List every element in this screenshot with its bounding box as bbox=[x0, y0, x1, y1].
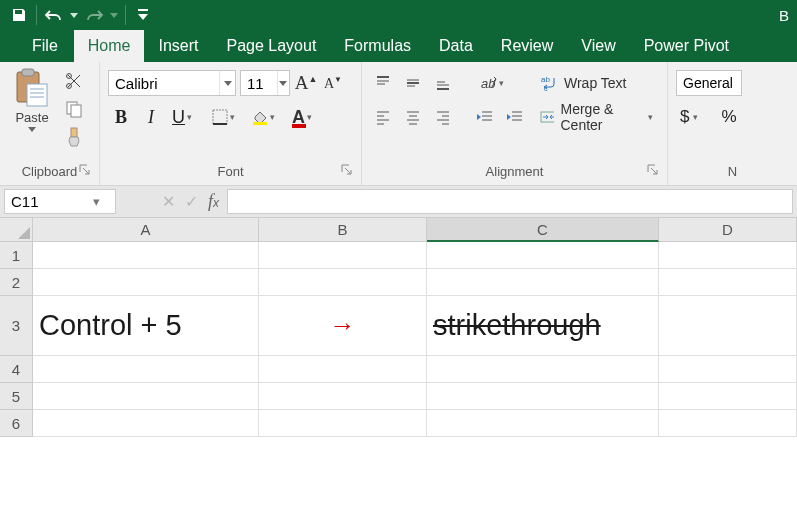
tab-view[interactable]: View bbox=[567, 30, 629, 62]
tab-data[interactable]: Data bbox=[425, 30, 487, 62]
clipboard-launcher[interactable] bbox=[79, 164, 93, 178]
cell-C2[interactable] bbox=[427, 269, 659, 296]
cell-D4[interactable] bbox=[659, 356, 797, 383]
cell-B1[interactable] bbox=[259, 242, 427, 269]
svg-text:ab: ab bbox=[541, 75, 550, 84]
undo-dropdown[interactable] bbox=[67, 2, 81, 28]
orientation-button[interactable]: ab▾ bbox=[472, 70, 510, 96]
group-number: $▾ % N bbox=[668, 62, 797, 185]
group-font-label: Font bbox=[217, 164, 243, 179]
alignment-launcher[interactable] bbox=[647, 164, 661, 178]
italic-button[interactable]: I bbox=[138, 104, 164, 130]
font-size-input[interactable] bbox=[241, 71, 277, 95]
cell-C5[interactable] bbox=[427, 383, 659, 410]
cell-A2[interactable] bbox=[33, 269, 259, 296]
cell-B5[interactable] bbox=[259, 383, 427, 410]
align-bottom-button[interactable] bbox=[430, 70, 456, 96]
formula-bar[interactable] bbox=[227, 189, 793, 214]
cell-B4[interactable] bbox=[259, 356, 427, 383]
name-box-dropdown[interactable]: ▾ bbox=[85, 194, 107, 209]
grow-font-button[interactable]: A▲ bbox=[294, 72, 318, 94]
shrink-font-button[interactable]: A▼ bbox=[322, 75, 344, 92]
row-header-2[interactable]: 2 bbox=[0, 269, 33, 296]
underline-button[interactable]: U▾ bbox=[168, 104, 204, 130]
font-color-button[interactable]: A ▾ bbox=[288, 104, 324, 130]
column-header-B[interactable]: B bbox=[259, 218, 427, 242]
border-icon bbox=[212, 109, 228, 125]
paste-button[interactable]: Paste bbox=[8, 66, 56, 146]
cell-D6[interactable] bbox=[659, 410, 797, 437]
row-header-5[interactable]: 5 bbox=[0, 383, 33, 410]
row-header-6[interactable]: 6 bbox=[0, 410, 33, 437]
row-header-3[interactable]: 3 bbox=[0, 296, 33, 356]
align-top-button[interactable] bbox=[370, 70, 396, 96]
fill-color-button[interactable]: ▾ bbox=[248, 104, 284, 130]
percent-format-button[interactable]: % bbox=[716, 104, 742, 130]
tab-review[interactable]: Review bbox=[487, 30, 567, 62]
cut-button[interactable] bbox=[60, 68, 88, 94]
name-box-input[interactable] bbox=[5, 193, 85, 210]
save-icon[interactable] bbox=[6, 2, 32, 28]
cell-A6[interactable] bbox=[33, 410, 259, 437]
font-name-combo[interactable] bbox=[108, 70, 236, 96]
tab-file[interactable]: File bbox=[18, 30, 74, 62]
ribbon: Paste Clipboard bbox=[0, 62, 797, 186]
cell-C4[interactable] bbox=[427, 356, 659, 383]
insert-function-button[interactable]: fx bbox=[208, 191, 219, 212]
number-format-input[interactable] bbox=[677, 71, 741, 95]
cell-D1[interactable] bbox=[659, 242, 797, 269]
window-title: B bbox=[779, 7, 791, 24]
font-size-dropdown[interactable] bbox=[277, 71, 289, 95]
cell-grid[interactable]: Control + 5→strikethrough bbox=[33, 242, 797, 437]
cell-C1[interactable] bbox=[427, 242, 659, 269]
undo-button[interactable] bbox=[41, 2, 67, 28]
font-name-input[interactable] bbox=[109, 71, 219, 95]
cell-D2[interactable] bbox=[659, 269, 797, 296]
align-middle-button[interactable] bbox=[400, 70, 426, 96]
cell-A4[interactable] bbox=[33, 356, 259, 383]
tab-formulas[interactable]: Formulas bbox=[330, 30, 425, 62]
decrease-indent-button[interactable] bbox=[472, 104, 498, 130]
name-box[interactable]: ▾ bbox=[4, 189, 116, 214]
align-center-button[interactable] bbox=[400, 104, 426, 130]
cell-B2[interactable] bbox=[259, 269, 427, 296]
column-header-A[interactable]: A bbox=[33, 218, 259, 242]
bold-button[interactable]: B bbox=[108, 104, 134, 130]
wrap-text-button[interactable]: abc Wrap Text bbox=[534, 70, 659, 96]
svg-rect-3 bbox=[27, 84, 47, 106]
row-header-4[interactable]: 4 bbox=[0, 356, 33, 383]
tab-power-pivot[interactable]: Power Pivot bbox=[630, 30, 743, 62]
tab-insert[interactable]: Insert bbox=[144, 30, 212, 62]
select-all-button[interactable] bbox=[0, 218, 33, 242]
copy-button[interactable] bbox=[60, 96, 88, 122]
number-format-combo[interactable] bbox=[676, 70, 742, 96]
formula-input[interactable] bbox=[228, 193, 792, 210]
font-launcher[interactable] bbox=[341, 164, 355, 178]
align-left-button[interactable] bbox=[370, 104, 396, 130]
cell-A1[interactable] bbox=[33, 242, 259, 269]
cell-A3[interactable]: Control + 5 bbox=[33, 296, 259, 356]
cell-D5[interactable] bbox=[659, 383, 797, 410]
tab-page-layout[interactable]: Page Layout bbox=[212, 30, 330, 62]
cell-D3[interactable] bbox=[659, 296, 797, 356]
accounting-format-button[interactable]: $▾ bbox=[676, 104, 712, 130]
borders-button[interactable]: ▾ bbox=[208, 104, 244, 130]
align-right-button[interactable] bbox=[430, 104, 456, 130]
increase-indent-button[interactable] bbox=[502, 104, 528, 130]
cell-C6[interactable] bbox=[427, 410, 659, 437]
row-header-1[interactable]: 1 bbox=[0, 242, 33, 269]
cell-B6[interactable] bbox=[259, 410, 427, 437]
format-painter-button[interactable] bbox=[60, 124, 88, 150]
cell-A5[interactable] bbox=[33, 383, 259, 410]
column-header-C[interactable]: C bbox=[427, 218, 659, 242]
redo-button bbox=[81, 2, 107, 28]
cell-B3[interactable]: → bbox=[259, 296, 427, 356]
tab-home[interactable]: Home bbox=[74, 30, 145, 62]
merge-center-button[interactable]: Merge & Center ▾ bbox=[534, 104, 659, 130]
font-name-dropdown[interactable] bbox=[219, 71, 235, 95]
font-size-combo[interactable] bbox=[240, 70, 290, 96]
svg-rect-14 bbox=[253, 122, 267, 125]
qat-customize[interactable] bbox=[130, 2, 156, 28]
cell-C3[interactable]: strikethrough bbox=[427, 296, 659, 356]
column-header-D[interactable]: D bbox=[659, 218, 797, 242]
